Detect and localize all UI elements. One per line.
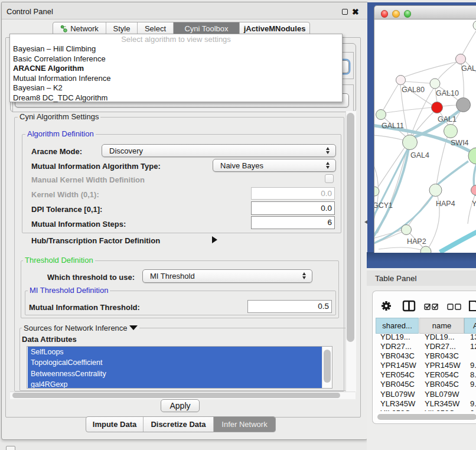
- svg-text:GAL4: GAL4: [410, 151, 429, 159]
- svg-text:GAL11: GAL11: [382, 122, 404, 130]
- svg-text:GAL10: GAL10: [436, 89, 459, 97]
- svg-text:GCY1: GCY1: [374, 201, 393, 210]
- svg-text:GAL80: GAL80: [402, 86, 425, 94]
- svg-text:HAP4: HAP4: [436, 200, 455, 208]
- svg-text:GAL1: GAL1: [438, 115, 457, 123]
- svg-text:GAL: GAL: [461, 64, 476, 73]
- svg-text:SWI4: SWI4: [451, 139, 469, 147]
- svg-text:Y: Y: [472, 200, 476, 208]
- svg-text:HAP2: HAP2: [407, 237, 426, 246]
